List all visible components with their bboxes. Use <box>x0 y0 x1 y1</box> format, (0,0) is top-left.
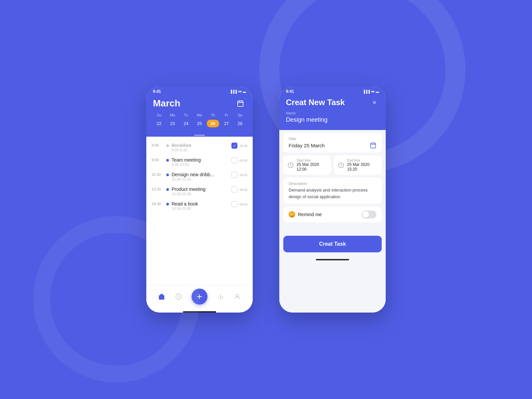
day-25[interactable]: 25 <box>194 120 206 127</box>
calendar-header: March Su Mo Tu We Th Fr Sa 22 23 24 25 2… <box>146 95 253 133</box>
chart-nav-icon[interactable] <box>216 293 224 301</box>
remind-left: 🔔 Remind me <box>289 211 322 218</box>
task-list: 8:00 Breakfast 8:00-8:30 detal 9:00 Team… <box>146 137 253 285</box>
status-bar-2: 9:41 ▐▐▐ ▾▾ ▬ <box>279 86 386 95</box>
task-check-design: detal <box>231 172 247 178</box>
form-body: Date Friday 25 March Start time <box>279 130 386 313</box>
task-duration-book: 18:30-20:00 <box>172 206 229 210</box>
signal-icon-2: ▐▐▐ <box>363 90 370 93</box>
svg-point-8 <box>236 294 239 297</box>
detail-team[interactable]: detal <box>239 158 247 162</box>
task-info-team: Team meeting 9:00-10:00 <box>172 157 229 167</box>
task-dot-design <box>166 174 169 176</box>
start-time-info: Start time 25 Mar 2020 12:00 <box>297 159 327 172</box>
month-title: March <box>153 98 180 109</box>
status-icons-1: ▐▐▐ ▾▾ ▬ <box>230 90 246 93</box>
remind-section: 🔔 Remind me <box>283 206 382 222</box>
detail-breakfast[interactable]: detal <box>239 144 247 148</box>
task-check-product: detal <box>231 187 247 193</box>
task-duration-breakfast: 8:00-8:30 <box>172 148 229 152</box>
date-label: Date <box>289 137 376 141</box>
bell-icon: 🔔 <box>289 211 295 218</box>
day-23[interactable]: 23 <box>167 120 179 127</box>
battery-icon: ▬ <box>243 90 246 93</box>
remind-toggle[interactable] <box>362 210 376 218</box>
task-info-design: Densign new dribb... 10:30-11:30 <box>172 172 229 181</box>
checkbox-product[interactable] <box>231 187 237 193</box>
time-row: Start time 25 Mar 2020 12:00 End time 25… <box>283 155 382 175</box>
day-27[interactable]: 27 <box>220 120 233 127</box>
close-button[interactable]: × <box>370 98 379 107</box>
calendar-icon-btn[interactable] <box>235 98 246 109</box>
calendar-grid: Su Mo Tu We Th Fr Sa 22 23 24 25 26 27 2… <box>153 113 246 127</box>
name-label: Name <box>286 111 379 115</box>
description-value[interactable]: Demand analysis and interaction process … <box>289 187 376 200</box>
day-26[interactable]: 26 <box>207 120 219 127</box>
start-time-value: 25 Mar 2020 12:00 <box>297 162 327 172</box>
name-value[interactable]: Design meeting <box>286 116 379 123</box>
day-24[interactable]: 24 <box>180 120 192 127</box>
day-22[interactable]: 22 <box>153 120 165 127</box>
task-time-design: 10:30 <box>152 172 164 177</box>
detail-product[interactable]: detal <box>239 188 247 192</box>
task-dot-breakfast <box>166 144 169 147</box>
task-check-team: detal <box>231 157 247 163</box>
task-info-book: Read a book 18:30-20:00 <box>172 201 229 210</box>
task-name-product: Product meeting <box>172 187 229 192</box>
bottom-nav: + <box>146 285 253 310</box>
task-duration-product: 13:30-15:30 <box>172 192 229 196</box>
scroll-indicator <box>146 133 253 137</box>
end-time-value: 25 Mar 2020 15:20 <box>347 162 378 172</box>
status-time-1: 9:41 <box>153 89 161 94</box>
home-indicator-2 <box>316 259 349 260</box>
task-time-breakfast: 8:00 <box>152 143 164 147</box>
status-bar-1: 9:41 ▐▐▐ ▾▾ ▬ <box>146 86 253 95</box>
checkbox-design[interactable] <box>231 172 237 178</box>
task-duration-design: 10:30-11:30 <box>172 177 229 181</box>
clock-nav-icon[interactable] <box>175 293 183 301</box>
status-time-2: 9:41 <box>286 89 294 94</box>
description-section: Description Demand analysis and interact… <box>283 178 382 204</box>
detail-design[interactable]: detal <box>239 173 247 177</box>
create-task-button[interactable]: Creat Task <box>283 236 382 252</box>
task-name-team: Team meeting <box>172 157 229 163</box>
end-time-card[interactable]: End time 25 Mar 2020 15:20 <box>334 155 382 175</box>
end-time-label: End time <box>347 159 378 162</box>
status-icons-2: ▐▐▐ ▾▾ ▬ <box>363 90 379 93</box>
wifi-icon-2: ▾▾ <box>371 90 374 93</box>
task-info-breakfast: Breakfast 8:00-8:30 <box>172 143 229 152</box>
checkbox-breakfast[interactable] <box>231 143 237 149</box>
task-duration-team: 9:00-10:00 <box>172 163 229 167</box>
detail-book[interactable]: detal <box>239 202 247 206</box>
date-value[interactable]: Friday 25 March <box>289 142 376 149</box>
battery-icon-2: ▬ <box>376 90 379 93</box>
home-nav-icon[interactable] <box>158 293 166 301</box>
task-item-breakfast: 8:00 Breakfast 8:00-8:30 detal <box>152 140 247 155</box>
checkbox-book[interactable] <box>231 201 237 207</box>
home-indicator-1 <box>183 311 216 313</box>
task-item-team-meeting: 9:00 Team meeting 9:00-10:00 detal <box>152 155 247 169</box>
phone-calendar: 9:41 ▐▐▐ ▾▾ ▬ March Su Mo Tu We Th <box>146 86 253 313</box>
start-time-card[interactable]: Start time 25 Mar 2020 12:00 <box>283 155 331 175</box>
fab-add-button[interactable]: + <box>192 289 207 305</box>
create-task-header: Creat New Task × Name Design meeting <box>279 95 386 130</box>
day-fr: Fr <box>220 113 233 118</box>
task-check-book: detal <box>231 201 247 207</box>
checkbox-team[interactable] <box>231 157 237 163</box>
task-item-design: 10:30 Densign new dribb... 10:30-11:30 d… <box>152 169 247 184</box>
task-dot-product <box>166 188 169 191</box>
day-mo: Mo <box>167 113 179 118</box>
day-we: We <box>194 113 206 118</box>
scroll-dot <box>194 135 205 136</box>
create-task-title: Creat New Task <box>286 98 345 107</box>
day-28[interactable]: 28 <box>234 120 246 127</box>
end-time-info: End time 25 Mar 2020 15:20 <box>347 159 378 172</box>
day-tu: Tu <box>180 113 192 118</box>
svg-rect-9 <box>371 143 376 148</box>
day-su: Su <box>153 113 165 118</box>
profile-nav-icon[interactable] <box>233 293 241 301</box>
task-time-product: 13:30 <box>152 187 164 191</box>
spacer <box>279 225 386 232</box>
task-name-design: Densign new dribb... <box>172 172 229 177</box>
start-clock-icon <box>287 162 294 169</box>
